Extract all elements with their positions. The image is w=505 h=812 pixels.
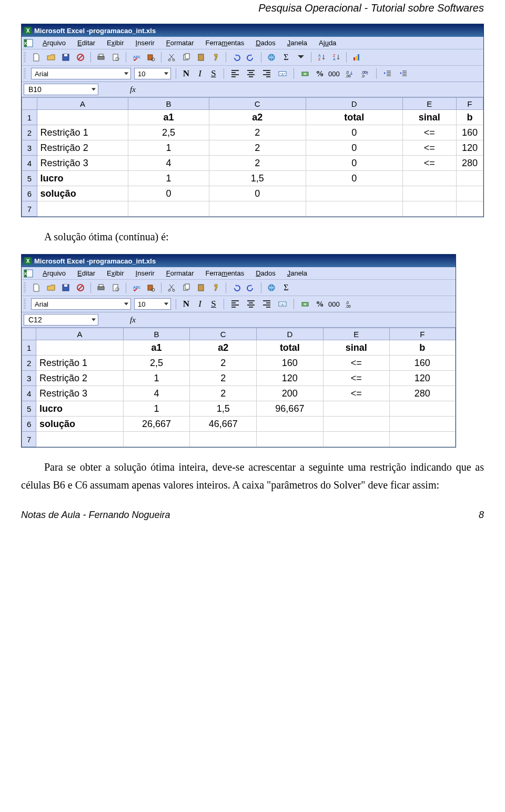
cell[interactable]: 2 [190,356,257,371]
permission-icon[interactable] [74,281,87,294]
cell[interactable]: 46,667 [190,417,257,432]
cell[interactable] [37,201,128,217]
cell[interactable] [402,171,456,186]
research-icon[interactable] [145,281,157,294]
row-header[interactable]: 6 [22,186,37,201]
merge-center-icon[interactable]: a [276,67,289,80]
cell[interactable]: Restrição 1 [36,356,124,371]
cell[interactable]: 1,5 [209,171,306,186]
cell[interactable]: 4 [128,156,209,171]
cell[interactable]: 0 [306,156,402,171]
cell[interactable]: 0 [306,125,402,140]
menu-formatar[interactable]: Formatar [164,38,196,48]
currency-icon[interactable] [299,67,311,80]
menu-ajuda[interactable]: Ajuda [317,38,338,48]
menu-editar[interactable]: Editar [75,268,97,278]
cell[interactable] [306,201,402,217]
cell[interactable]: 1 [128,171,209,186]
hyperlink-icon[interactable] [265,281,278,294]
print-icon[interactable] [95,51,107,64]
autosum-icon[interactable]: Σ [280,51,292,64]
spreadsheet-grid-1[interactable]: ABCDEF1a1a2totalsinalb2Restrição 12,520<… [22,97,483,217]
spelling-icon[interactable]: ABC [130,51,143,64]
cut-icon[interactable] [165,51,178,64]
cell[interactable]: <= [323,371,389,386]
column-header[interactable]: E [323,328,389,340]
copy-icon[interactable] [180,281,193,294]
cell[interactable]: 4 [123,386,190,401]
cell[interactable] [36,432,124,447]
hyperlink-icon[interactable] [265,51,278,64]
menu-ferramentas[interactable]: Ferramentas [203,268,246,278]
font-name-box[interactable]: Arial [31,298,131,310]
column-header[interactable]: D [306,98,402,110]
new-icon[interactable] [30,51,43,64]
row-header[interactable]: 5 [22,171,37,186]
cell[interactable]: total [306,110,402,125]
redo-icon[interactable] [245,51,257,64]
row-header[interactable]: 6 [22,417,36,432]
cell[interactable]: 120 [456,140,483,156]
row-header[interactable]: 2 [22,356,36,371]
column-header[interactable]: B [128,98,209,110]
row-header[interactable]: 1 [22,340,36,356]
cell[interactable] [257,417,324,432]
cell[interactable]: 200 [257,386,324,401]
cell[interactable] [456,201,483,217]
menu-exibir[interactable]: Exibir [105,268,126,278]
cell[interactable]: 0 [128,186,209,201]
menu-dados[interactable]: Dados [254,38,278,48]
column-header[interactable]: F [389,328,455,340]
cell[interactable]: lucro [36,401,124,417]
cell[interactable]: 160 [389,356,455,371]
cut-icon[interactable] [165,281,178,294]
cell[interactable]: 2 [190,371,257,386]
cell[interactable]: 1,5 [190,401,257,417]
cell[interactable] [209,201,306,217]
decrease-decimal-icon[interactable]: ,00,0 [359,67,371,80]
align-left-icon[interactable] [229,67,241,80]
cell[interactable]: lucro [37,171,128,186]
increase-decimal-icon[interactable]: ,0,00 [343,67,356,80]
menu-janela[interactable]: Janela [285,268,309,278]
align-left-icon[interactable] [229,298,241,310]
fx-label[interactable]: fx [130,85,136,94]
cell[interactable]: 120 [389,371,455,386]
cell[interactable] [389,401,455,417]
cell[interactable]: a1 [123,340,190,356]
column-header[interactable]: F [456,98,483,110]
decrease-indent-icon[interactable] [381,67,394,80]
menu-editar[interactable]: Editar [75,38,97,48]
cell[interactable]: 2 [209,156,306,171]
row-header[interactable]: 7 [22,432,36,447]
cell[interactable] [389,417,455,432]
cell[interactable]: <= [402,125,456,140]
column-header[interactable]: A [36,328,124,340]
menu-arquivo[interactable]: Arquivo [41,38,68,48]
cell[interactable] [36,340,124,356]
cell[interactable]: <= [402,156,456,171]
menu-ferramentas[interactable]: Ferramentas [203,38,246,48]
column-header[interactable]: C [190,328,257,340]
cell[interactable]: 96,667 [257,401,324,417]
cell[interactable]: 2,5 [128,125,209,140]
cell[interactable]: 120 [257,371,324,386]
menu-formatar[interactable]: Formatar [164,268,196,278]
undo-icon[interactable] [230,51,243,64]
font-size-box[interactable]: 10 [134,68,171,79]
merge-center-icon[interactable]: a [276,298,289,310]
format-painter-icon[interactable] [209,51,222,64]
open-icon[interactable] [45,281,57,294]
cell[interactable]: sinal [402,110,456,125]
align-right-icon[interactable] [260,298,273,310]
row-header[interactable]: 3 [22,140,37,156]
cell[interactable]: Restrição 2 [37,140,128,156]
row-header[interactable]: 3 [22,371,36,386]
column-header[interactable]: B [123,328,190,340]
cell[interactable]: Restrição 2 [36,371,124,386]
chart-wizard-icon[interactable] [350,51,363,64]
cell[interactable]: 160 [456,125,483,140]
copy-icon[interactable] [180,51,193,64]
cell[interactable]: solução [36,417,124,432]
spreadsheet-grid-2[interactable]: ABCDEF1a1a2totalsinalb2Restrição 12,5216… [22,328,456,447]
